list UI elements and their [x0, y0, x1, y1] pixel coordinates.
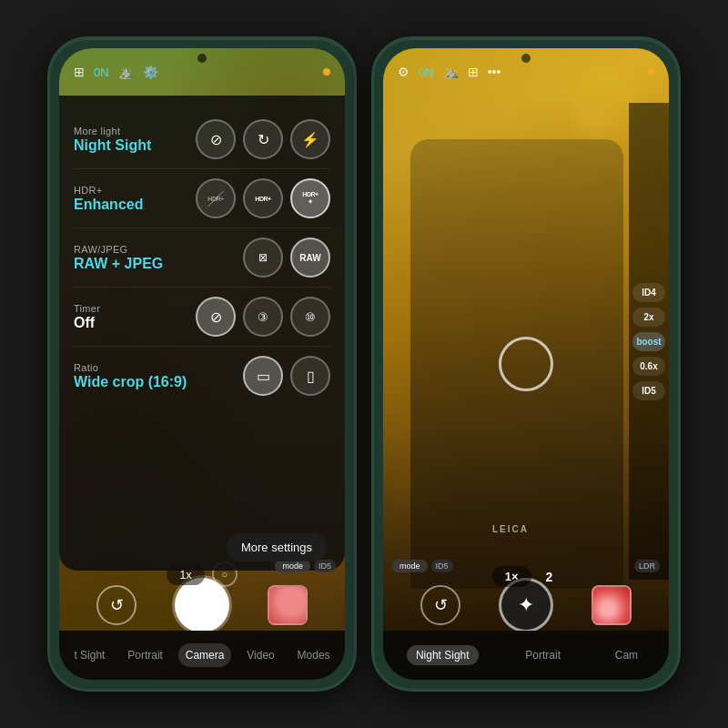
raw-jpeg-label: RAW/JPEG RAW + JPEG [74, 244, 163, 272]
settings-icon-right[interactable]: ⚙ [398, 65, 410, 79]
hdr-off-btn[interactable]: HDR+ [196, 178, 236, 218]
hdr-options: HDR+ HDR+ HDR+✦ [196, 178, 330, 218]
bottom-badges-right: mode ID5 LDR [392, 560, 660, 572]
id4-btn[interactable]: ID4 [632, 283, 665, 302]
raw-off-icon: ⊠ [258, 251, 268, 264]
grid-icon[interactable]: ⚙️ [143, 65, 158, 79]
thumbnail-image-right [593, 587, 630, 623]
hdr-value: Enhanced [74, 197, 143, 213]
ratio-label: Ratio Wide crop (16:9) [74, 362, 187, 390]
night-sight-on-btn[interactable]: ⚡ [290, 119, 330, 159]
timer-label: Timer Off [74, 303, 100, 331]
flip-icon-right: ↺ [434, 595, 448, 615]
hdr-auto-label: HDR+ [255, 196, 270, 202]
zoom-2x-btn[interactable]: 2x [632, 308, 665, 327]
left-phone: ⊞ 0N ⛰️ ⚙️ More light Night Sight [47, 36, 357, 692]
hdr-enhanced-btn[interactable]: HDR+✦ [290, 178, 330, 218]
night-sight-auto-btn[interactable]: ↻ [243, 119, 283, 159]
tab-bar-left: t Sight Portrait Camera Video Modes [59, 631, 345, 680]
night-sight-off-btn[interactable]: ⊘ [196, 119, 236, 159]
timer-category: Timer [74, 303, 100, 314]
boost-btn[interactable]: boost [632, 332, 665, 351]
timer-options: ⊘ ③ ⑩ [196, 297, 330, 337]
flip-icon-left: ↺ [110, 595, 124, 615]
ratio-value: Wide crop (16:9) [74, 374, 187, 390]
gallery-thumbnail-right[interactable] [592, 585, 632, 625]
on-icon-right[interactable]: 0N [419, 66, 434, 79]
raw-label: RAW [299, 253, 320, 263]
notch-right [521, 54, 531, 63]
tab-portrait-left[interactable]: Portrait [120, 643, 170, 667]
tab-modes-left[interactable]: Modes [290, 643, 338, 667]
star-icon: ✦ [518, 593, 534, 617]
tab-video-left[interactable]: Video [239, 643, 281, 667]
timer-10s-btn[interactable]: ⑩ [290, 297, 330, 337]
tab-bar-right: Night Sight Portrait Cam [383, 631, 669, 680]
night-sight-label: More light Night Sight [74, 126, 151, 154]
mode-badge-right[interactable]: mode [392, 560, 428, 572]
ratio-row: Ratio Wide crop (16:9) ▭ ▯ [74, 347, 330, 405]
ratio-category: Ratio [74, 362, 187, 373]
camera-mode-icon[interactable]: ⊞ [74, 65, 85, 79]
more-icon-right[interactable]: ••• [488, 65, 501, 79]
brand-label: LEICA [492, 524, 529, 534]
hdr-row: HDR+ Enhanced HDR+ HDR+ HDR+✦ [74, 169, 330, 228]
id5-btn-right[interactable]: ID5 [632, 381, 665, 400]
mode-badge-left[interactable]: mode [275, 560, 310, 572]
raw-on-btn[interactable]: RAW [290, 238, 330, 278]
timer-3-icon: ③ [258, 310, 268, 324]
zoom-06x-btn[interactable]: 0.6x [632, 357, 665, 376]
raw-options: ⊠ RAW [243, 238, 330, 278]
ratio-options: ▭ ▯ [243, 356, 330, 396]
slash-icon: ⊘ [210, 131, 222, 148]
hdr-auto-btn[interactable]: HDR+ [243, 178, 283, 218]
landscape-icon-right[interactable]: ⛰️ [443, 65, 459, 79]
raw-jpeg-row: RAW/JPEG RAW + JPEG ⊠ RAW [74, 228, 330, 288]
raw-category: RAW/JPEG [74, 244, 163, 255]
gallery-thumbnail-left[interactable] [268, 585, 308, 625]
viewfinder-circle [499, 337, 553, 391]
timer-10-icon: ⑩ [305, 310, 316, 324]
flash-icon: ⚡ [301, 131, 319, 148]
night-sight-value: Night Sight [74, 137, 151, 154]
tab-portrait-right[interactable]: Portrait [518, 643, 568, 667]
right-phone: ⚙ 0N ⛰️ ⊞ ••• ID4 2x boost 0.6x ID5 LEIC… [371, 36, 681, 692]
tab-camera-right[interactable]: Cam [608, 643, 645, 667]
raw-off-btn[interactable]: ⊠ [243, 238, 283, 278]
thumbnail-image-left [269, 587, 306, 623]
flip-camera-btn-left[interactable]: ↺ [96, 585, 136, 625]
id5-badge-right: ID5 [431, 560, 453, 572]
ratio-square-icon: ▯ [307, 368, 315, 385]
tab-night-sight-right[interactable]: Night Sight [407, 645, 479, 665]
hdr-category: HDR+ [74, 185, 143, 196]
settings-panel: More light Night Sight ⊘ ↻ ⚡ [59, 96, 345, 571]
flip-camera-btn-right[interactable]: ↺ [420, 585, 460, 625]
ratio-square-btn[interactable]: ▯ [290, 356, 330, 396]
timer-3s-btn[interactable]: ③ [243, 297, 283, 337]
hdr-enhanced-label: HDR+✦ [302, 191, 318, 205]
more-settings-button[interactable]: More settings [227, 533, 327, 561]
night-sight-row: More light Night Sight ⊘ ↻ ⚡ [74, 110, 330, 169]
grid-icon-right[interactable]: ⊞ [468, 65, 479, 79]
video-icon[interactable]: 0N [94, 66, 109, 79]
top-left-icons: ⊞ 0N ⛰️ ⚙️ [74, 65, 158, 79]
id5-badge-left: ID5 [314, 560, 336, 572]
right-side-panel: ID4 2x boost 0.6x ID5 [629, 103, 669, 580]
tab-camera-left[interactable]: Camera [178, 643, 232, 667]
raw-value: RAW + JPEG [74, 256, 163, 272]
notch-left [197, 54, 207, 63]
ldr-badge: LDR [634, 560, 660, 572]
timer-off-btn[interactable]: ⊘ [196, 297, 236, 337]
auto-icon: ↻ [258, 131, 269, 148]
ratio-wide-btn[interactable]: ▭ [243, 356, 283, 396]
orange-dot-right [647, 68, 654, 76]
ratio-wide-icon: ▭ [257, 368, 270, 385]
tab-night-sight-left[interactable]: t Sight [66, 643, 112, 667]
orange-dot-left [323, 68, 330, 76]
landscape-icon[interactable]: ⛰️ [118, 65, 134, 79]
top-right-icons: ⚙ 0N ⛰️ ⊞ ••• [398, 65, 500, 79]
night-sight-category: More light [74, 126, 151, 136]
timer-value: Off [74, 315, 100, 331]
night-sight-options: ⊘ ↻ ⚡ [196, 119, 330, 159]
hdr-label-container: HDR+ Enhanced [74, 185, 143, 213]
